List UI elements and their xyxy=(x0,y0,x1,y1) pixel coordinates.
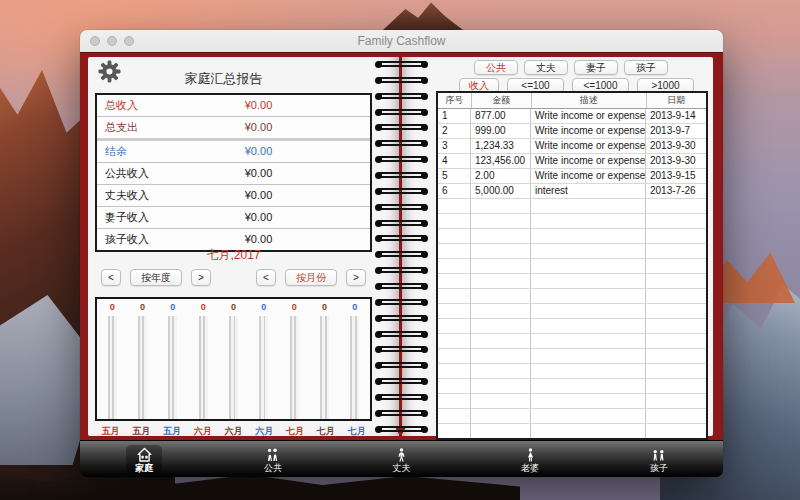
table-cell xyxy=(531,274,646,288)
chart-value-label: 0 xyxy=(322,302,327,312)
summary-row-label: 公共收入 xyxy=(105,163,149,184)
desktop-wallpaper: Family Cashflow xyxy=(0,0,800,500)
month-next-button[interactable]: > xyxy=(346,269,366,286)
transactions-table: 序号金额描述日期 1877.00Write income or expense … xyxy=(436,91,708,440)
table-cell xyxy=(646,424,706,438)
period-controls: < 按年度 > < 按月份 > xyxy=(95,269,372,286)
table-row-empty xyxy=(438,199,706,214)
summary-row-value: ¥0.00 xyxy=(147,207,370,228)
table-cell xyxy=(531,199,646,213)
chart-bar-track xyxy=(229,316,238,419)
chart-bar-track xyxy=(138,316,147,419)
table-cell xyxy=(531,289,646,303)
member-filter-button-1[interactable]: 公共 xyxy=(474,60,518,75)
toolbar-item-label: 丈夫 xyxy=(392,463,410,473)
toolbar-item-label: 公共 xyxy=(264,463,282,473)
toolbar-item-label: 孩子 xyxy=(650,463,668,473)
table-cell xyxy=(646,304,706,318)
summary-row-value: ¥0.00 xyxy=(147,95,370,116)
table-cell xyxy=(438,349,471,363)
children-icon xyxy=(650,446,667,463)
table-cell: 1,234.33 xyxy=(471,139,531,153)
table-row-empty xyxy=(438,394,706,409)
table-cell: 2013-9-7 xyxy=(646,124,706,138)
chart-bar-track xyxy=(259,316,268,419)
table-cell xyxy=(471,289,531,303)
year-next-button[interactable]: > xyxy=(191,269,211,286)
table-cell xyxy=(646,364,706,378)
table-row-empty xyxy=(438,259,706,274)
toolbar-item-content: 老婆 xyxy=(512,445,548,474)
husband-icon xyxy=(393,446,410,463)
chart-month-label: 五月 xyxy=(95,425,126,438)
member-filter-button-4[interactable]: 孩子 xyxy=(624,60,668,75)
table-row[interactable]: 2999.00Write income or expense b...2013-… xyxy=(438,124,706,139)
table-cell: Write income or expense b... xyxy=(531,139,646,153)
toolbar-item-content: 公共 xyxy=(255,445,291,474)
table-cell xyxy=(471,424,531,438)
summary-row: 结余¥0.00 xyxy=(97,141,370,163)
left-page: 家庭汇总报告 总收入¥0.00总支出¥0.00结余¥0.00公共收入¥0.00丈… xyxy=(88,57,399,436)
chart-bar-track xyxy=(168,316,177,419)
chart-month-label: 五月 xyxy=(126,425,157,438)
table-cell: Write income or expense b... xyxy=(531,109,646,123)
by-month-button[interactable]: 按月份 xyxy=(285,269,337,286)
member-filter-button-3[interactable]: 妻子 xyxy=(574,60,618,75)
table-row[interactable]: 1877.00Write income or expense b...2013-… xyxy=(438,109,706,124)
right-page: 公共丈夫妻子孩子 收入<=100<=1000>1000 序号金额描述日期 187… xyxy=(402,57,713,436)
table-row[interactable]: 31,234.33Write income or expense b...201… xyxy=(438,139,706,154)
table-cell xyxy=(438,214,471,228)
toolbar-item-content: 孩子 xyxy=(641,445,677,474)
table-cell xyxy=(646,259,706,273)
table-cell xyxy=(471,274,531,288)
chart-month-label: 六月 xyxy=(249,425,280,438)
chart-month-label: 七月 xyxy=(341,425,372,438)
table-cell xyxy=(471,199,531,213)
chart-month-label: 七月 xyxy=(310,425,341,438)
summary-row-label: 妻子收入 xyxy=(105,207,149,228)
summary-row: 丈夫收入¥0.00 xyxy=(97,185,370,207)
by-year-button[interactable]: 按年度 xyxy=(130,269,182,286)
summary-row: 妻子收入¥0.00 xyxy=(97,207,370,229)
toolbar-item-4[interactable]: 老婆 xyxy=(466,445,595,474)
table-cell xyxy=(646,214,706,228)
toolbar-item-1[interactable]: 家庭 xyxy=(80,445,209,474)
table-cell xyxy=(438,394,471,408)
table-cell xyxy=(471,379,531,393)
table-cell: 999.00 xyxy=(471,124,531,138)
table-cell: 2 xyxy=(438,124,471,138)
table-cell xyxy=(438,319,471,333)
chart-column: 0 xyxy=(158,302,188,419)
summary-row-label: 结余 xyxy=(105,141,127,162)
table-cell xyxy=(646,199,706,213)
table-row-empty xyxy=(438,229,706,244)
toolbar-item-5[interactable]: 孩子 xyxy=(594,445,723,474)
toolbar-item-3[interactable]: 丈夫 xyxy=(337,445,466,474)
column-header: 描述 xyxy=(532,93,647,108)
year-prev-button[interactable]: < xyxy=(101,269,121,286)
table-row[interactable]: 4123,456.00Write income or expense b...2… xyxy=(438,154,706,169)
table-cell xyxy=(646,244,706,258)
table-cell: 2013-9-14 xyxy=(646,109,706,123)
chart-value-label: 0 xyxy=(261,302,266,312)
table-cell xyxy=(438,259,471,273)
table-row-empty xyxy=(438,349,706,364)
table-row[interactable]: 65,000.00interest2013-7-26 xyxy=(438,184,706,199)
summary-table: 总收入¥0.00总支出¥0.00结余¥0.00公共收入¥0.00丈夫收入¥0.0… xyxy=(95,93,372,252)
table-cell xyxy=(438,244,471,258)
table-row[interactable]: 52.00Write income or expense b...2013-9-… xyxy=(438,169,706,184)
member-filter-button-2[interactable]: 丈夫 xyxy=(524,60,568,75)
window-titlebar[interactable]: Family Cashflow xyxy=(80,30,723,53)
table-row-empty xyxy=(438,334,706,349)
toolbar-item-2[interactable]: 公共 xyxy=(209,445,338,474)
table-cell xyxy=(531,334,646,348)
table-cell xyxy=(438,334,471,348)
table-cell xyxy=(646,379,706,393)
toolbar-item-content: 丈夫 xyxy=(383,445,419,474)
table-cell xyxy=(438,304,471,318)
chart-bar-track xyxy=(199,316,208,419)
table-cell: 4 xyxy=(438,154,471,168)
month-prev-button[interactable]: < xyxy=(256,269,276,286)
chart-month-label: 六月 xyxy=(218,425,249,438)
chart-column: 0 xyxy=(218,302,248,419)
